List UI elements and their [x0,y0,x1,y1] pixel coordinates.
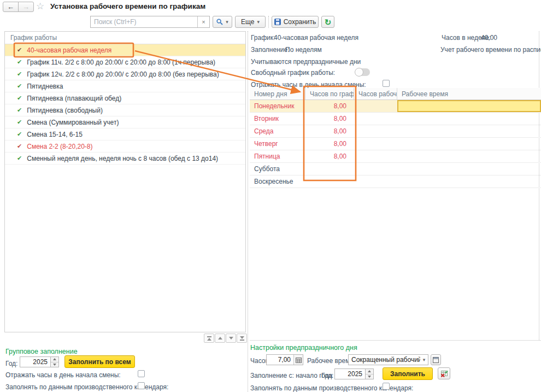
clear-fill-button[interactable] [438,367,450,379]
day-cell[interactable]: Суббота [250,163,305,175]
worktime-open-button[interactable] [431,354,441,365]
scroll-bottom-button[interactable] [237,334,247,343]
list-item[interactable]: ✔ Сменный неделя день, неделя ночь с 8 ч… [5,153,245,165]
hours-cell[interactable] [305,175,354,188]
reflect-hours-checkbox[interactable] [383,80,390,87]
fill-from-label: Заполнение с: начало года [250,372,332,379]
list-item[interactable]: ✔ График 12ч. 2/2 с 8:00 до 20:00/ с 20:… [5,68,245,80]
worktime-cell[interactable] [397,125,541,137]
work-hours-cell[interactable] [354,150,397,162]
search-input[interactable] [91,17,197,27]
list-item-label: Смена 2-2 (8-20,20-8) [27,143,92,150]
back-button[interactable]: ← [3,2,19,12]
check-icon: ✔ [17,95,22,101]
worktime-cell[interactable] [397,138,541,150]
more-button-label: Еще [241,18,254,26]
refresh-button[interactable]: ↻ [321,16,334,28]
favorite-star-icon[interactable]: ☆ [36,1,44,12]
check-icon: ✔ [17,143,22,149]
column-header[interactable]: Номер дня [250,88,305,100]
save-button[interactable]: Сохранить [272,16,319,28]
hours-cell[interactable]: 8,00 [305,125,354,137]
check-icon: ✔ [17,155,22,161]
worktime-cell[interactable] [397,113,541,125]
hours-cell[interactable]: 8,00 [305,138,354,150]
worktime-cell-active[interactable] [397,100,541,112]
fill-button[interactable]: Заполнить [383,367,433,380]
column-header[interactable]: Часов рабочих [354,88,397,100]
hours-cell[interactable]: 8,00 [305,150,354,162]
column-header[interactable]: Часов по графику [305,88,354,100]
group-reflect-label: Отражать часы в день начала смены: [5,371,121,379]
list-item[interactable]: ✔ Смена (Суммированный учет) [5,116,245,128]
day-cell[interactable]: Пятница [250,150,305,162]
day-cell[interactable]: Понедельник [250,100,305,112]
flexible-schedule-label: Свободный график работы: [251,69,335,77]
worktime-cell[interactable] [397,175,541,188]
calendar-picker-button[interactable] [293,355,303,365]
day-cell[interactable]: Среда [250,125,305,137]
preholiday-calendar-checkbox[interactable] [383,383,390,390]
work-hours-cell[interactable] [354,175,397,188]
search-menu-button[interactable]: ▾ [213,16,232,28]
hours-cell[interactable] [305,163,354,175]
scroll-top-button[interactable] [204,334,214,343]
day-cell[interactable]: Воскресенье [250,175,305,188]
year-spinner[interactable] [50,357,58,367]
panel-splitter[interactable] [248,31,248,392]
preholiday-year-field[interactable]: 2025 [334,368,374,379]
search-field[interactable]: × [90,16,210,28]
table-row[interactable]: Пятница 8,00 [250,150,541,163]
work-hours-cell[interactable] [354,138,397,150]
scroll-down-button[interactable] [226,334,236,343]
list-scroll-buttons [204,334,247,343]
group-reflect-checkbox[interactable] [138,370,145,377]
table-row[interactable]: Среда 8,00 [250,125,541,138]
work-hours-cell[interactable] [354,125,397,137]
forward-icon: → [22,3,30,11]
worktime-cell[interactable] [397,150,541,162]
list-item[interactable]: ✔ График 11ч. 2/2 с 8:00 до 20:00/ с 20:… [5,56,245,68]
table-row[interactable]: Вторник 8,00 [250,113,541,125]
year-spinner[interactable] [365,369,373,379]
table-row[interactable]: Четверг 8,00 [250,138,541,150]
check-icon: ✔ [17,47,22,53]
search-clear-icon[interactable]: × [197,16,209,27]
chevron-down-icon: ▾ [226,20,228,25]
work-hours-cell[interactable] [354,113,397,125]
group-year-field[interactable]: 2025 [20,356,59,367]
check-icon: ✔ [17,83,22,89]
schedule-list-header[interactable]: График работы [5,32,245,44]
group-fill-title: Групповое заполнение [5,348,78,355]
more-button[interactable]: Еще ▾ [235,16,266,28]
group-calendar-checkbox[interactable] [138,382,145,389]
day-cell[interactable]: Четверг [250,138,305,150]
work-hours-cell[interactable] [354,163,397,175]
day-cell[interactable]: Вторник [250,113,305,125]
flexible-schedule-toggle[interactable] [355,68,370,76]
combobox-caret-icon[interactable]: ▾ [420,355,428,365]
worktime-combobox[interactable]: Сокращенный рабочий день с 8:00 до 1: ▾ [348,354,428,365]
fill-all-button[interactable]: Заполнить по всем [64,355,135,368]
hours-cell[interactable]: 8,00 [305,100,354,112]
table-clear-icon [440,370,448,377]
list-item[interactable]: ✔ Пятидневка (плавающий обед) [5,92,245,104]
forward-button[interactable]: → [18,2,34,12]
preholiday-hours-field[interactable]: 7,00 [266,354,303,365]
schedule-value: 40-часовая рабочая неделя [274,34,358,42]
list-item[interactable]: ✔ Смена 2-2 (8-20,20-8) [5,141,245,153]
list-item[interactable]: ✔ Смена 15-14, 6-15 [5,128,245,141]
table-row[interactable]: Воскресенье [250,175,541,188]
time-tracking-note: Учет рабочего времени по расписанию [440,46,541,54]
table-row[interactable]: Суббота [250,163,541,175]
list-item-label: Смена 15-14, 6-15 [27,131,83,138]
column-header[interactable]: Рабочее время [397,88,541,100]
list-item[interactable]: ✔ Пятидневка [5,80,245,92]
list-item[interactable]: ✔ Пятидневка (свободный) [5,104,245,116]
scroll-up-button[interactable] [215,334,225,343]
worktime-cell[interactable] [397,163,541,175]
hours-cell[interactable]: 8,00 [305,113,354,125]
list-item[interactable]: ✔ 40-часовая рабочая неделя [5,44,245,56]
table-row[interactable]: Понедельник 8,00 [250,100,541,113]
work-hours-cell[interactable] [354,100,397,112]
